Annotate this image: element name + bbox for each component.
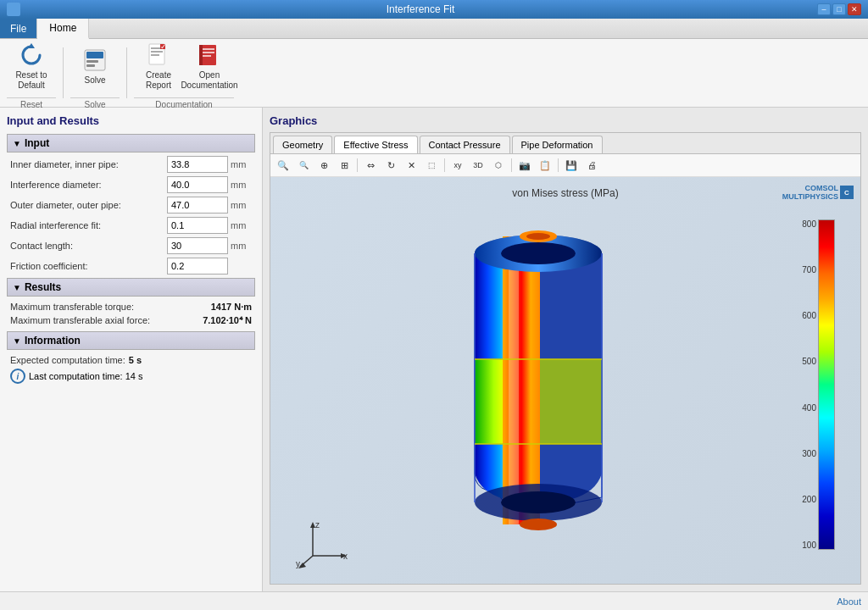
tab-effective-stress[interactable]: Effective Stress [334,136,417,153]
tb-sep-3 [511,158,512,172]
field-input-1[interactable] [167,176,228,193]
ribbon-sep-2 [126,47,127,98]
svg-point-20 [501,242,576,264]
svg-text:y: y [296,559,300,568]
results-section-header[interactable]: ▼ Results [7,278,255,297]
pan-button[interactable]: ⇔ [361,157,380,174]
axes-svg: z y x [296,518,355,568]
info-rows: Expected computation time: 5 s i Last co… [7,353,255,385]
close-button[interactable]: ✕ [848,3,861,15]
colorbar-label-700: 700 [802,265,816,274]
svg-rect-15 [199,45,203,65]
view-xy-button[interactable]: xy [448,157,467,174]
input-row-4: Contact length: mm [7,237,255,254]
field-input-3[interactable] [167,217,228,234]
print-button[interactable]: 🖨 [582,157,601,174]
select-button[interactable]: ✕ [402,157,420,174]
svg-rect-2 [86,52,103,58]
field-input-4[interactable] [167,237,228,254]
expected-time-label: Expected computation time: [10,355,125,365]
input-row-3: Radial interference fit: mm [7,217,255,234]
input-arrow-icon: ▼ [13,139,21,148]
tab-geometry[interactable]: Geometry [273,136,332,153]
input-row-1: Interference diameter: mm [7,176,255,193]
tab-contact-pressure[interactable]: Contact Pressure [420,136,510,153]
snapshot-button[interactable]: 📷 [515,157,534,174]
field-unit-0: mm [228,159,252,169]
comsol-logo: COMSOLMULTIPHYSICS C [782,184,854,201]
about-link[interactable]: About [837,596,861,607]
zoom-fit-button[interactable]: ⊕ [314,157,333,174]
field-unit-4: mm [228,241,252,251]
tb-sep-2 [444,158,445,172]
export-button[interactable]: 💾 [562,157,581,174]
svg-point-25 [520,518,557,530]
reset-icon [18,42,45,69]
graphics-toolbar: 🔍 🔍 ⊕ ⊞ ⇔ ↻ ✕ ⬚ xy 3D ⬡ 📷 📋 💾 🖨 [270,154,860,177]
open-documentation-button[interactable]: OpenDocumentation [185,36,234,96]
field-input-0[interactable] [167,156,228,173]
field-label-1: Interference diameter: [10,180,167,190]
field-label-2: Outer diameter, outer pipe: [10,200,167,210]
solve-button[interactable]: Solve [70,36,120,96]
field-input-2[interactable] [167,197,228,214]
create-report-button[interactable]: ✓ CreateReport [134,36,183,96]
colorbar [818,219,835,550]
ribbon-group-reset: Reset toDefault Reset [7,36,56,109]
result-row-axial: Maximum transferable axial force: 7.102·… [7,313,255,328]
graphics-area: COMSOLMULTIPHYSICS C von Mises stress (M… [270,177,860,584]
field-label-4: Contact length: [10,241,167,251]
view-persp-button[interactable]: ⬡ [489,157,508,174]
bottom-bar: About [0,591,868,610]
create-report-icon: ✓ [145,42,172,69]
copy-button[interactable]: 📋 [536,157,554,174]
expected-time-value: 5 s [129,355,142,365]
comsol-logo-box: C [840,186,854,199]
svg-rect-3 [86,60,98,63]
input-row-2: Outer diameter, outer pipe: mm [7,197,255,214]
colorbar-label-200: 200 [802,495,816,504]
colorbar-gradient [818,219,835,550]
information-section-header[interactable]: ▼ Information [7,331,255,350]
pipe-visualization [403,202,674,558]
zoom-out-button[interactable]: 🔍 [294,157,313,174]
svg-rect-18 [509,236,519,524]
ribbon-group-solve: Solve Solve [70,36,120,109]
ribbon: File Home Reset toDefault Reset [0,19,868,108]
window-chrome: Interference Fit – □ ✕ [0,0,868,19]
tab-pipe-deformation[interactable]: Pipe Deformation [512,136,603,153]
axial-value: 7.102·10⁴ N [203,315,252,326]
field-unit-3: mm [228,220,252,230]
field-input-5[interactable] [167,258,228,274]
view-3d-button[interactable]: 3D [469,157,487,174]
torque-label: Maximum transferable torque: [10,302,134,312]
minimize-button[interactable]: – [817,3,831,15]
file-tab[interactable]: File [0,19,37,38]
tb-sep-4 [558,158,559,172]
field-label-5: Friction coefficient: [10,261,167,271]
maximize-button[interactable]: □ [832,3,846,15]
open-docs-label: OpenDocumentation [181,70,237,91]
input-row-5: Friction coefficient: [7,258,255,274]
svg-rect-13 [201,52,214,53]
results-arrow-icon: ▼ [13,283,21,292]
last-time-label: Last computation time: 14 s [29,371,143,381]
right-panel: Graphics Geometry Effective Stress Conta… [263,108,868,591]
solve-icon [81,47,108,74]
reset-button[interactable]: Reset toDefault [7,36,56,96]
axes-container: z y x [296,518,355,571]
zoom-in-button[interactable]: 🔍 [274,157,292,174]
colorbar-label-400: 400 [802,403,816,413]
deselect-button[interactable]: ⬚ [422,157,441,174]
input-fields: Inner diameter, inner pipe: mm Interfere… [7,156,255,274]
zoom-box-button[interactable]: ⊞ [335,157,353,174]
left-panel: Input and Results ▼ Input Inner diameter… [0,108,263,591]
svg-point-22 [526,233,550,240]
create-report-label: CreateReport [146,70,171,91]
svg-text:✓: ✓ [160,42,167,51]
field-unit-2: mm [228,200,252,210]
rotate-button[interactable]: ↻ [381,157,400,174]
info-arrow-icon: ▼ [13,336,21,346]
svg-rect-8 [151,54,159,56]
input-section-header[interactable]: ▼ Input [7,134,255,152]
